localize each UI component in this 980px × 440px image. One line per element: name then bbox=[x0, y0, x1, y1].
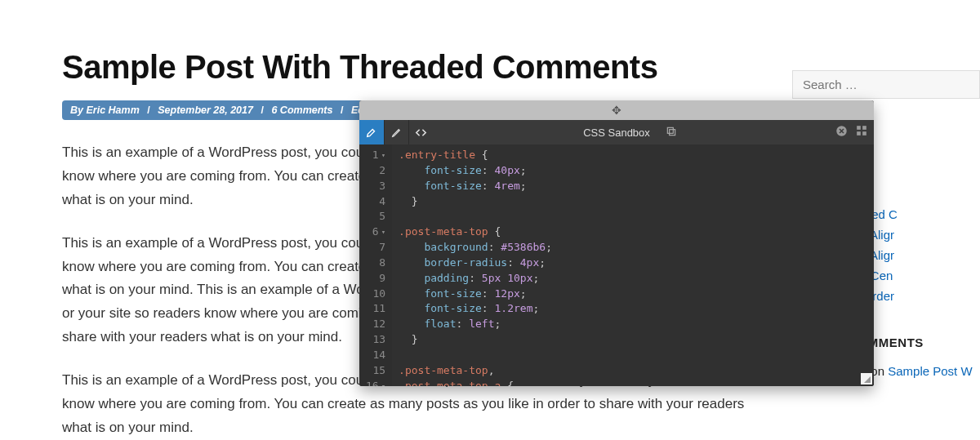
meta-by-prefix: By bbox=[70, 104, 83, 116]
line-number: 5 bbox=[366, 209, 385, 224]
svg-rect-6 bbox=[862, 131, 866, 136]
pencil-tool-button[interactable] bbox=[384, 120, 408, 144]
line-number: 15 bbox=[366, 363, 385, 379]
sandbox-title: CSS Sandbox bbox=[583, 127, 650, 139]
brush-tool-button[interactable] bbox=[359, 120, 384, 144]
line-number: 6▾ bbox=[366, 224, 385, 240]
line-number: 14 bbox=[366, 348, 385, 363]
fold-icon[interactable]: ▾ bbox=[381, 150, 385, 161]
line-gutter: 1▾23456▾78910111213141516▾1718 bbox=[359, 144, 392, 386]
sandbox-toolbar: CSS Sandbox bbox=[359, 120, 874, 144]
post-title: Sample Post With Threaded Comments bbox=[62, 49, 773, 86]
resize-handle[interactable] bbox=[861, 373, 872, 384]
code-line[interactable]: padding: 5px 10px; bbox=[399, 271, 867, 287]
code-line[interactable]: background: #5386b6; bbox=[399, 240, 867, 256]
search-input[interactable] bbox=[792, 70, 980, 99]
expand-icon[interactable] bbox=[856, 125, 867, 140]
code-line[interactable]: .entry-title { bbox=[399, 148, 867, 163]
code-line[interactable]: float: left; bbox=[399, 317, 867, 332]
code-line[interactable]: .post-meta-top, bbox=[399, 363, 867, 379]
fold-icon[interactable]: ▾ bbox=[381, 381, 385, 386]
line-number: 10 bbox=[366, 287, 385, 302]
brush-icon bbox=[366, 127, 377, 138]
line-number: 16▾ bbox=[366, 379, 385, 386]
line-number: 3 bbox=[366, 179, 385, 194]
line-number: 13 bbox=[366, 332, 385, 348]
code-line[interactable]: } bbox=[399, 194, 867, 210]
fold-icon[interactable]: ▾ bbox=[381, 227, 385, 238]
line-number: 4 bbox=[366, 194, 385, 210]
comment-post-link[interactable]: Sample Post W bbox=[888, 364, 972, 378]
code-editor[interactable]: 1▾23456▾78910111213141516▾1718 .entry-ti… bbox=[359, 144, 874, 386]
svg-rect-5 bbox=[857, 131, 861, 136]
svg-rect-0 bbox=[670, 129, 675, 135]
copy-icon[interactable] bbox=[666, 126, 677, 140]
post-meta: By Eric Hamm / September 28, 2017 / 6 Co… bbox=[62, 100, 379, 120]
css-sandbox-panel[interactable]: ✥ CSS Sandbox bbox=[359, 100, 874, 386]
sandbox-drag-bar[interactable]: ✥ bbox=[359, 100, 874, 120]
svg-rect-3 bbox=[857, 126, 861, 130]
line-number: 1▾ bbox=[366, 148, 385, 163]
code-line[interactable]: .post-meta-top a { bbox=[399, 379, 867, 386]
meta-date-link[interactable]: September 28, 2017 bbox=[158, 104, 253, 116]
pencil-icon bbox=[391, 127, 402, 138]
code-line[interactable] bbox=[399, 348, 867, 363]
code-line[interactable]: font-size: 4rem; bbox=[399, 179, 867, 194]
meta-author-link[interactable]: Eric Hamm bbox=[86, 104, 139, 116]
close-icon[interactable] bbox=[835, 125, 848, 140]
code-line[interactable]: } bbox=[399, 332, 867, 348]
code-line[interactable]: font-size: 1.2rem; bbox=[399, 301, 867, 317]
line-number: 11 bbox=[366, 301, 385, 317]
move-icon: ✥ bbox=[612, 104, 621, 117]
code-line[interactable]: font-size: 40px; bbox=[399, 163, 867, 179]
line-number: 7 bbox=[366, 240, 385, 256]
code-area[interactable]: .entry-title { font-size: 40px; font-siz… bbox=[392, 144, 874, 386]
svg-rect-4 bbox=[862, 126, 866, 130]
svg-rect-1 bbox=[667, 127, 673, 133]
code-line[interactable]: border-radius: 4px; bbox=[399, 256, 867, 271]
code-icon bbox=[415, 127, 427, 139]
line-number: 2 bbox=[366, 163, 385, 179]
line-number: 8 bbox=[366, 256, 385, 271]
code-tool-button[interactable] bbox=[408, 120, 433, 144]
line-number: 12 bbox=[366, 317, 385, 332]
meta-separator: / bbox=[147, 104, 149, 116]
meta-separator: / bbox=[261, 104, 263, 116]
code-line[interactable]: font-size: 12px; bbox=[399, 287, 867, 302]
meta-separator: / bbox=[341, 104, 343, 116]
code-line[interactable]: .post-meta-top { bbox=[399, 224, 867, 240]
code-line[interactable] bbox=[399, 209, 867, 224]
meta-comments-link[interactable]: 6 Comments bbox=[271, 104, 332, 116]
line-number: 9 bbox=[366, 271, 385, 287]
